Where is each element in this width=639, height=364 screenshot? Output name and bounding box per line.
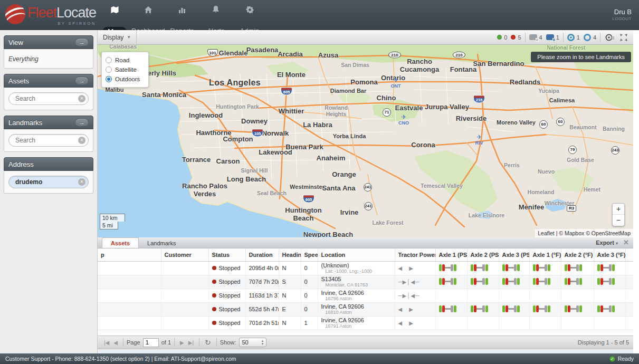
route-shield: R3	[567, 205, 576, 212]
gear-icon	[233, 5, 266, 14]
tab-landmarks[interactable]: Landmarks	[139, 238, 184, 248]
bottom-strip	[98, 349, 633, 353]
ready-status: ✓ Ready	[609, 356, 634, 362]
next-page-button[interactable]: ▶	[178, 340, 186, 346]
page-number-input[interactable]	[143, 338, 159, 347]
address-section-title: Address	[8, 160, 34, 168]
view-selected-value[interactable]: Everything	[8, 55, 39, 63]
counter-filled-ring[interactable]: 1	[567, 34, 580, 41]
scale-km: 10 km	[100, 214, 125, 222]
radio-icon	[106, 76, 112, 82]
layer-option-satellite[interactable]: Satellite	[106, 65, 145, 74]
column-header[interactable]: Axle 3 (PSI)	[499, 248, 529, 261]
column-header[interactable]: Axle 2 (PSI)	[467, 248, 499, 261]
map-layer-panel: RoadSatelliteOutdoors	[101, 52, 149, 88]
display-menu-button[interactable]: Display▼	[98, 30, 137, 44]
tractor-power-icon: ◀ ▶	[398, 306, 414, 312]
page-of-label: of 1	[161, 339, 171, 346]
landmarks-search-clear-icon[interactable]: ×	[78, 137, 85, 144]
axle-status-icon	[471, 278, 488, 285]
route-shield: 210	[453, 52, 465, 59]
expand-map-icon[interactable]	[618, 32, 629, 43]
column-header[interactable]: p	[98, 248, 161, 261]
landmarks-section-title: Landmarks	[8, 119, 42, 127]
asset-row[interactable]: Stopped1163d 1h 37mN0Irvine, CA 92606167…	[98, 289, 633, 302]
view-section-title: View	[8, 39, 23, 46]
last-page-button[interactable]: ▶|	[186, 340, 196, 346]
logout-link[interactable]: LOGOUT	[612, 16, 632, 22]
assets-expand-button[interactable]: →	[75, 76, 89, 85]
counter-green-dot[interactable]: 0	[497, 34, 507, 41]
grid-header-row: pCustomerStatusDurationHeadingSpeedLocat…	[98, 248, 633, 261]
map-attribution[interactable]: Leaflet | © Mapbox © OpenStreetMap	[535, 229, 633, 237]
column-header[interactable]: Axle 1 (°F)	[529, 248, 561, 261]
asset-row[interactable]: Stopped701d 2h 51mN1Irvine, CA 926061679…	[98, 316, 633, 330]
address-clear-icon[interactable]: ×	[78, 178, 85, 186]
route-shield: 71	[383, 108, 391, 117]
assets-search-clear-icon[interactable]: ×	[78, 95, 85, 102]
asset-row[interactable]: Stopped707d 7h 20mS0S13405Montclair, CA …	[98, 275, 633, 289]
first-page-button[interactable]: |◀	[102, 340, 111, 346]
column-header[interactable]: Speed	[301, 248, 318, 261]
chart-icon	[165, 5, 199, 14]
column-header[interactable]: Axle 2 (°F)	[561, 248, 594, 261]
counter-blue-bubble[interactable]: 1	[546, 34, 559, 41]
axle-status-icon	[597, 305, 615, 312]
main-panel: Display▼ 054114	[98, 30, 633, 353]
column-header[interactable]: Axle 1 (PSI)	[435, 248, 467, 261]
counter-outline-ring[interactable]: 4	[584, 34, 596, 41]
axle-status-icon	[597, 278, 615, 285]
counter-gray-bubble[interactable]: 4	[529, 34, 542, 41]
map-icon	[98, 5, 131, 14]
assets-grid: pCustomerStatusDurationHeadingSpeedLocat…	[98, 248, 633, 336]
home-icon	[131, 5, 165, 14]
fleetlocate-app: FleetLocate BY SPIREON MapDashboardRepor…	[0, 0, 639, 364]
fleetlocate-logo[interactable]: FleetLocate BY SPIREON	[5, 4, 98, 25]
column-header[interactable]: Heading	[279, 248, 301, 261]
landmarks-search-input[interactable]	[8, 134, 89, 147]
column-header[interactable]: Status	[208, 248, 245, 261]
user-name: Dru B	[612, 8, 632, 16]
address-input[interactable]	[8, 176, 89, 188]
map-toolbar: Display▼ 054114	[98, 30, 633, 45]
assets-section-title: Assets	[8, 77, 29, 85]
assets-search-input[interactable]	[8, 92, 89, 105]
page-label: Page	[127, 339, 140, 346]
column-header[interactable]: Tractor Power	[395, 248, 435, 261]
axle-status-icon	[502, 305, 520, 312]
view-expand-button[interactable]: →	[75, 38, 89, 46]
grid-pager: |◀ ◀ Page of 1 ▶ ▶| ↻ Show: 50 ▲▼ Displa…	[98, 336, 633, 349]
brand-tagline: BY SPIREON	[27, 22, 96, 25]
axle-status-icon	[533, 278, 550, 285]
refresh-icon[interactable]: ↻	[203, 338, 213, 347]
view-section: View → Everything	[4, 35, 93, 69]
column-header[interactable]: Axle 3 (°F)	[594, 248, 625, 261]
export-button[interactable]: Export ▾	[596, 240, 618, 246]
column-header[interactable]: Location	[318, 248, 395, 261]
brand-swoosh-icon	[5, 4, 25, 24]
layer-option-outdoors[interactable]: Outdoors	[106, 74, 145, 84]
zoom-in-button[interactable]: +	[613, 204, 624, 215]
axle-status-icon	[502, 264, 520, 271]
column-header[interactable]: Duration	[245, 248, 279, 261]
asset-row[interactable]: Stopped2095d 4h 0mN0(Unknown)Lat: -1000,…	[98, 261, 633, 275]
layer-option-road[interactable]: Road	[106, 55, 145, 65]
page-size-select[interactable]: 50 ▲▼	[239, 338, 266, 347]
target-tool-icon[interactable]	[604, 32, 615, 43]
radio-icon	[106, 66, 112, 73]
landmarks-expand-button[interactable]: →	[75, 118, 89, 127]
asset-row[interactable]: Stopped552d 5h 47mE0Irvine, CA 926061681…	[98, 302, 633, 316]
route-shield: 210	[388, 52, 401, 59]
address-section: Address ×	[4, 157, 93, 194]
tab-assets[interactable]: Assets	[102, 237, 139, 248]
collapse-grid-icon[interactable]: ✕	[623, 238, 629, 246]
prev-page-button[interactable]: ◀	[111, 340, 120, 346]
column-header[interactable]	[625, 248, 633, 261]
map-zoom-control: + −	[612, 203, 625, 226]
map-canvas[interactable]: CalabasasGlendalePasadenaArcadiaAzusaSan…	[98, 45, 633, 237]
bell-icon	[199, 5, 233, 14]
counter-red-dot[interactable]: 5	[511, 34, 521, 41]
column-header[interactable]: Customer	[161, 248, 208, 261]
zoom-out-button[interactable]: −	[613, 215, 624, 226]
tractor-power-icon: ─▶│◀─	[398, 279, 420, 285]
